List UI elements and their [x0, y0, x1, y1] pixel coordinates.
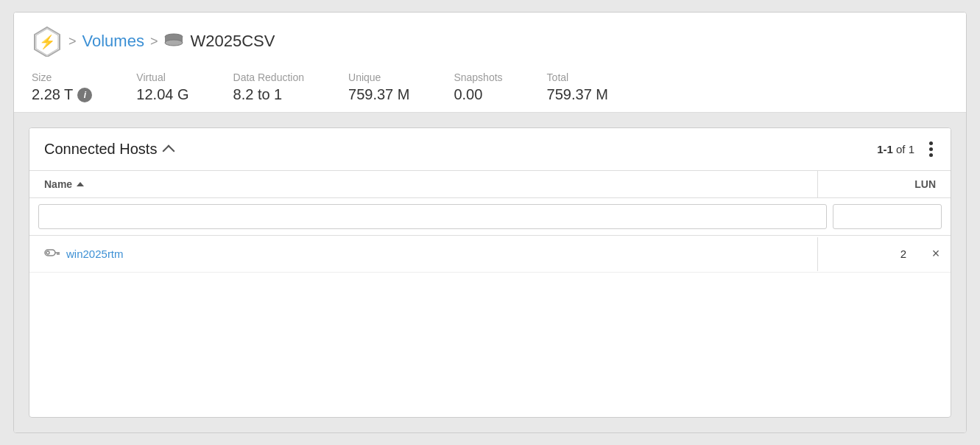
svg-text:⚡: ⚡ [39, 34, 56, 50]
lun-cell: 2 [818, 237, 921, 270]
page-container: ⚡ > Volumes > W2025CSV [0, 0, 980, 445]
collapse-icon[interactable] [163, 144, 175, 157]
snapshots-label: Snapshots [454, 71, 502, 83]
lun-column-header: LUN [818, 171, 951, 197]
total-value: 759.37 M [547, 86, 608, 103]
unique-value: 759.37 M [348, 86, 409, 103]
virtual-value: 12.04 G [136, 86, 188, 103]
volumes-link[interactable]: Volumes [82, 32, 144, 51]
name-column-header[interactable]: Name [29, 171, 818, 197]
more-dot-3 [929, 153, 933, 157]
breadcrumb: ⚡ > Volumes > W2025CSV [32, 26, 948, 57]
virtual-label: Virtual [136, 71, 188, 83]
unique-label: Unique [348, 71, 409, 83]
panel-title: Connected Hosts [44, 141, 173, 158]
table-header: Name LUN [29, 171, 951, 198]
size-label: Size [32, 71, 92, 83]
lun-filter-input[interactable] [833, 204, 942, 229]
data-reduction-value: 8.2 to 1 [233, 86, 305, 103]
row-actions: × [921, 236, 951, 272]
host-name-link[interactable]: win2025rtm [66, 248, 124, 260]
stat-unique: Unique 759.37 M [348, 71, 409, 103]
panel-controls: 1-1 of 1 [877, 139, 936, 160]
filter-row [29, 198, 951, 236]
table-row: win2025rtm 2 × [29, 236, 951, 273]
breadcrumb-separator-1: > [68, 34, 77, 49]
name-cell: win2025rtm [29, 237, 818, 271]
size-value: 2.28 T i [32, 86, 92, 103]
svg-point-7 [46, 251, 49, 254]
header-section: ⚡ > Volumes > W2025CSV [14, 13, 966, 113]
stat-virtual: Virtual 12.04 G [136, 71, 188, 103]
info-icon[interactable]: i [77, 88, 92, 102]
pagination-info: 1-1 of 1 [877, 143, 914, 155]
volume-name: W2025CSV [190, 32, 275, 51]
main-card: ⚡ > Volumes > W2025CSV [13, 12, 967, 433]
connected-hosts-panel: Connected Hosts 1-1 of 1 [29, 127, 951, 418]
stat-size: Size 2.28 T i [32, 71, 92, 103]
breadcrumb-separator-2: > [150, 34, 158, 49]
current-volume: W2025CSV [163, 32, 275, 51]
total-label: Total [547, 71, 608, 83]
snapshots-value: 0.00 [454, 86, 502, 103]
svg-point-5 [165, 40, 183, 46]
more-options-button[interactable] [926, 139, 936, 160]
more-dot-2 [929, 147, 933, 151]
sort-ascending-icon [77, 182, 84, 186]
panel-header: Connected Hosts 1-1 of 1 [29, 128, 951, 171]
more-dot-1 [929, 141, 933, 145]
stats-row: Size 2.28 T i Virtual 12.04 G Data Reduc… [32, 71, 948, 103]
stat-data-reduction: Data Reduction 8.2 to 1 [233, 71, 305, 103]
stat-total: Total 759.37 M [547, 71, 608, 103]
stat-snapshots: Snapshots 0.00 [454, 71, 502, 103]
body-section: Connected Hosts 1-1 of 1 [14, 113, 966, 432]
data-reduction-label: Data Reduction [233, 71, 305, 83]
remove-button[interactable]: × [932, 246, 940, 262]
name-filter-input[interactable] [38, 204, 827, 229]
volume-icon [163, 32, 184, 51]
host-icon [44, 248, 60, 261]
brand-icon: ⚡ [32, 26, 63, 57]
